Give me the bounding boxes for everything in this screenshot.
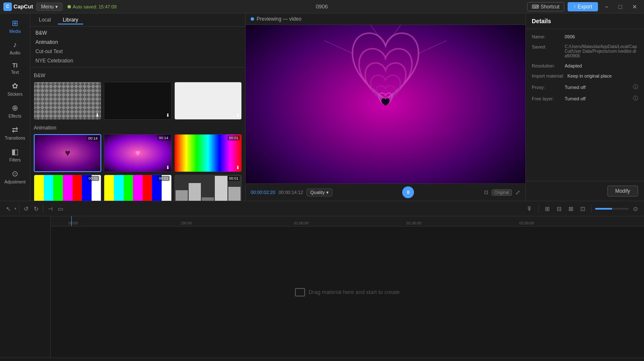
main-area: ⊞ Media ♪ Audio TI Text ✿ Stickers ⊕ Eff…: [0, 13, 644, 201]
timeline-main: 00:00 |30:00 01:00:00 01:30:00 02:00:00 …: [51, 216, 644, 358]
timeline-zoom-out[interactable]: ⊠: [566, 204, 576, 214]
anim-thumb-6[interactable]: 00:01 ⬇: [174, 175, 242, 201]
bw-white: [175, 82, 241, 119]
redo-button[interactable]: ↻: [31, 204, 41, 214]
cat-bw[interactable]: B&W: [30, 28, 245, 38]
detail-freelayer: Free layer: Turned off ⓘ: [532, 95, 638, 102]
media-content: B&W ⬇ ⬇ ⬇ Animation: [30, 67, 245, 201]
ruler-mark-3: 01:30:00: [407, 221, 422, 225]
detail-proxy: Proxy: Turned off ⓘ: [532, 84, 638, 91]
detail-import: Import material: Keep in original place: [532, 73, 638, 78]
bw-thumb-2[interactable]: ⬇: [104, 82, 171, 120]
export-button[interactable]: ↑ Export: [568, 2, 598, 11]
sidebar-item-adjustment[interactable]: ⊙ Adjustment: [2, 166, 29, 188]
minimize-button[interactable]: −: [601, 3, 612, 11]
toolbar-separator-3: [538, 205, 539, 213]
download-icon-1[interactable]: ⬇: [95, 113, 99, 118]
timeline-snap[interactable]: ⊡: [578, 204, 588, 214]
media-icon: ⊞: [12, 19, 18, 28]
sidebar-item-text[interactable]: TI Text: [2, 59, 29, 78]
media-subnav: Local Library: [30, 13, 245, 27]
chevron-down-icon: ▾: [55, 4, 58, 10]
project-title: 0906: [116, 3, 527, 10]
cat-cutout[interactable]: Cut-out Text: [30, 47, 245, 56]
zoom-slider[interactable]: [595, 208, 629, 210]
shortcut-button[interactable]: ⌨ Shortcut: [527, 2, 564, 11]
library-categories: B&W Animation Cut-out Text NYE Celebrati…: [30, 27, 245, 67]
pause-button[interactable]: ⏸: [402, 186, 414, 198]
subnav-local[interactable]: Local: [34, 15, 56, 24]
export-icon: ↑: [574, 4, 576, 10]
ruler-mark-1: |30:00: [181, 221, 192, 225]
toolbar-right: 🎙 ⊞ ⊟ ⊠ ⊡ ⊙: [524, 204, 641, 214]
cursor-tool[interactable]: ↖: [3, 204, 14, 214]
split-button[interactable]: ⊣: [45, 204, 55, 214]
bw-thumb-1[interactable]: ⬇: [34, 82, 101, 120]
anim-thumb-2[interactable]: 00:14 ⬇: [104, 134, 171, 172]
toolbar-separator-1: [19, 205, 19, 213]
details-panel: Details Name: 0906 Saved: C:/Users/Malav…: [526, 13, 644, 201]
sidebar-item-audio[interactable]: ♪ Audio: [2, 37, 29, 59]
subnav-library[interactable]: Library: [58, 15, 84, 24]
toolbar-separator-2: [43, 205, 43, 213]
close-button[interactable]: ✕: [629, 3, 641, 11]
detail-saved: Saved: C:/Users/Malavida/AppData/Local/C…: [532, 44, 638, 58]
download-icon-2[interactable]: ⬇: [166, 113, 170, 118]
timeline-zoom-fit[interactable]: ⊟: [554, 204, 564, 214]
delete-button[interactable]: ▭: [55, 204, 66, 214]
proxy-info-icon[interactable]: ⓘ: [633, 84, 638, 91]
section-animation-label: Animation: [34, 125, 242, 131]
cat-animation[interactable]: Animation: [30, 38, 245, 47]
original-badge: Original: [492, 189, 512, 196]
menu-button[interactable]: Menu ▾: [36, 3, 62, 11]
undo-button[interactable]: ↺: [21, 204, 31, 214]
maximize-button[interactable]: □: [615, 3, 625, 11]
timeline-tracks[interactable]: Drag material here and start to create: [51, 226, 644, 358]
timeline-ruler[interactable]: 00:00 |30:00 01:00:00 01:30:00 02:00:00: [51, 216, 644, 226]
compare-icon[interactable]: ⊡: [484, 189, 488, 195]
adjustment-icon: ⊙: [12, 169, 18, 178]
microphone-button[interactable]: 🎙: [524, 204, 535, 214]
anim-thumb-1[interactable]: 00:14: [34, 134, 101, 172]
sidebar-item-filters[interactable]: ◧ Filters: [2, 144, 29, 166]
sidebar-item-media[interactable]: ⊞ Media: [2, 15, 29, 37]
timeline-settings[interactable]: ⊙: [630, 204, 641, 214]
details-body: Name: 0906 Saved: C:/Users/Malavida/AppD…: [526, 29, 644, 181]
toolbar-separator-4: [591, 205, 592, 213]
download-icon-6[interactable]: ⬇: [236, 165, 240, 170]
sidebar-item-stickers[interactable]: ✿ Stickers: [2, 78, 29, 100]
section-bw-label: B&W: [34, 73, 242, 78]
preview-header: Previewing — video: [246, 13, 525, 25]
drag-hint: Drag material here and start to create: [295, 288, 400, 296]
freelayer-info-icon[interactable]: ⓘ: [633, 95, 638, 102]
timeline-scrollbar[interactable]: [0, 358, 644, 361]
drag-icon: [295, 288, 305, 296]
fullscreen-icon[interactable]: ⤢: [515, 189, 520, 196]
timeline-toolbar: ↖ ▾ ↺ ↻ ⊣ ▭ 🎙 ⊞ ⊟ ⊠ ⊡ ⊙: [0, 201, 644, 216]
topbar-right: ⌨ Shortcut ↑ Export − □ ✕: [527, 2, 641, 11]
anim-thumb-5[interactable]: 00:01 ⬇: [104, 175, 171, 201]
media-panel: Local Library B&W Animation Cut-out Text…: [30, 13, 246, 201]
download-icon-3[interactable]: ⬇: [236, 113, 240, 118]
download-icon-5[interactable]: ⬇: [166, 165, 170, 170]
modify-button[interactable]: Modify: [607, 186, 638, 197]
timeline-zoom-in[interactable]: ⊞: [542, 204, 552, 214]
anim-thumb-4[interactable]: 00:01 ⬇: [34, 175, 101, 201]
timeline-section: ↖ ▾ ↺ ↻ ⊣ ▭ 🎙 ⊞ ⊟ ⊠ ⊡ ⊙ 00:00 |30:00 01:…: [0, 201, 644, 361]
bw-thumb-3[interactable]: ⬇: [174, 82, 242, 120]
sidebar-item-effects[interactable]: ⊕ Effects: [2, 100, 29, 122]
sidebar-item-transitions[interactable]: ⇄ Transitions: [2, 122, 29, 144]
tools-sidebar: ⊞ Media ♪ Audio TI Text ✿ Stickers ⊕ Eff…: [0, 13, 30, 201]
heart-tunnel-svg: [246, 25, 525, 183]
audio-icon: ♪: [13, 40, 17, 49]
anim-thumb-3[interactable]: 00:01 ⬇: [174, 134, 242, 172]
autosave-status: Auto saved: 15:47:09: [68, 4, 116, 9]
bw-grid: ⬇ ⬇ ⬇: [34, 82, 242, 120]
text-icon: TI: [12, 62, 17, 69]
quality-button[interactable]: Quality ▾: [306, 189, 332, 197]
bw-black: [104, 82, 171, 119]
cat-nye[interactable]: NYE Celebration: [30, 56, 245, 65]
preview-icons: ⊡ Original ⤢: [484, 189, 520, 196]
transitions-icon: ⇄: [12, 125, 18, 135]
filters-icon: ◧: [11, 147, 19, 156]
